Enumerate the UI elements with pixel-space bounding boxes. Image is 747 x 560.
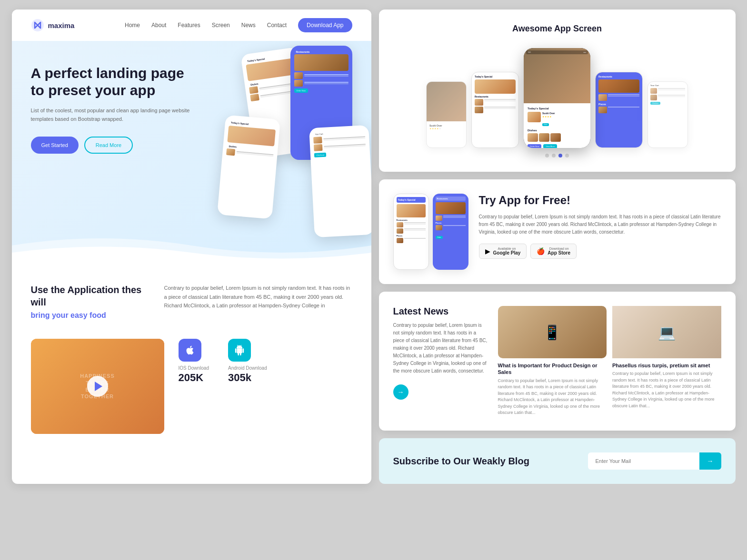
google-play-icon: ▶	[485, 247, 490, 255]
news-card-desc-1: Contrary to popular belief, Lorem Ipsum …	[498, 378, 607, 416]
news-cards: 📱 What is Important for Product Design o…	[498, 306, 721, 416]
try-phone-1: Today's Special Restaurants Places	[393, 194, 429, 270]
carousel-dots	[393, 154, 721, 157]
use-app-section: Use the Application thes will bring your…	[12, 260, 371, 458]
right-panel: Awesome App Screen Sushi Over ★★★★★	[379, 10, 736, 484]
subscribe-button[interactable]: →	[699, 452, 721, 470]
google-play-text: Available on Google Play	[493, 247, 521, 255]
awesome-app-section: Awesome App Screen Sushi Over ★★★★★	[379, 10, 736, 172]
app-store-icon: 🍎	[537, 247, 545, 255]
news-card-title-1: What is Important for Product Design or …	[498, 362, 607, 376]
use-app-top: Use the Application thes will bring your…	[31, 284, 352, 320]
download-stats: IOS Download 205K Android Download 305k	[179, 339, 267, 384]
nav-about[interactable]: About	[151, 22, 166, 29]
subscribe-title: Subscribe to Our Weakly Blog	[393, 455, 529, 467]
dot-4[interactable]	[565, 154, 569, 157]
logo: maxima	[31, 19, 75, 32]
email-input[interactable]	[588, 452, 699, 470]
try-app-description: Contrary to popular belief, Lorem Ipsum …	[479, 213, 721, 236]
app-screen-right: Restaurants Places	[595, 72, 643, 148]
left-panel: maxima Home About Features Screen News C…	[12, 10, 371, 484]
hero-description: List of the coolest, most popular and cl…	[31, 107, 193, 123]
subscribe-form: →	[588, 452, 721, 470]
store-buttons: ▶ Available on Google Play 🍎 Download on…	[479, 244, 721, 259]
hero-phone-4: Your Cart	[309, 125, 371, 237]
hero-title: A perfect landing page to preset your ap…	[31, 65, 193, 99]
get-started-button[interactable]: Get Started	[31, 137, 79, 154]
app-store-text: Download on App Store	[548, 247, 570, 255]
news-card-1: 📱 What is Important for Product Design o…	[498, 306, 607, 416]
nav-features[interactable]: Features	[178, 22, 200, 29]
hero-content: A perfect landing page to preset your ap…	[31, 65, 193, 154]
wave-decoration	[12, 231, 371, 260]
app-screen-main: 9:41 ●●● Today's Special Sushi Over ★★★★	[524, 48, 590, 148]
use-app-bottom: HAPPINESSTASTESBETTERTOGETHER	[31, 339, 352, 434]
news-title: Latest News	[393, 306, 488, 317]
hero-phones: Today's Special Dishes	[200, 41, 371, 260]
news-card-desc-2: Contrary to popular belief, Lorem Ipsum …	[612, 371, 721, 409]
android-icon	[228, 339, 251, 362]
android-download-stat: Android Download 305k	[228, 339, 267, 384]
dot-1[interactable]	[545, 154, 549, 157]
app-screen-far-right: Your Cart Checkout	[647, 81, 688, 148]
news-arrow-button[interactable]: →	[393, 384, 408, 400]
news-card-2: 💻 Phasellus risus turpis, pretium sit am…	[612, 306, 721, 416]
awesome-app-title: Awesome App Screen	[393, 24, 721, 34]
read-more-button[interactable]: Read More	[84, 137, 133, 154]
hero-phone-3: Today's Special Dishes	[217, 115, 280, 219]
app-store-button[interactable]: 🍎 Download on App Store	[530, 244, 577, 259]
try-app-phones: Today's Special Restaurants Places	[393, 194, 469, 270]
google-play-button[interactable]: ▶ Available on Google Play	[479, 244, 527, 259]
page-wrapper: maxima Home About Features Screen News C…	[12, 10, 736, 484]
try-phone-2: Restaurants Places Order	[433, 194, 468, 270]
nav-news[interactable]: News	[241, 22, 256, 29]
news-card-title-2: Phasellus risus turpis, pretium sit amet	[612, 362, 721, 369]
apple-icon	[179, 339, 201, 362]
news-image-2: 💻	[612, 306, 721, 358]
nav-links: Home About Features Screen News Contact …	[125, 18, 352, 32]
use-app-title: Use the Application thes will	[31, 284, 145, 308]
try-app-section: Today's Special Restaurants Places	[379, 179, 736, 284]
news-left: Latest News Contrary to popular belief, …	[393, 306, 488, 416]
try-app-content: Try App for Free! Contrary to popular be…	[479, 194, 721, 259]
subscribe-section: Subscribe to Our Weakly Blog →	[379, 438, 736, 484]
ios-download-stat: IOS Download 205K	[179, 339, 209, 384]
ios-count: 205K	[179, 372, 209, 384]
android-count: 305k	[228, 372, 267, 384]
app-screen-left: Today's Special Restaurants	[471, 72, 519, 148]
logo-icon	[31, 19, 44, 32]
nav-screen[interactable]: Screen	[212, 22, 230, 29]
nav-contact[interactable]: Contact	[267, 22, 287, 29]
dot-3[interactable]	[558, 154, 562, 157]
hero-buttons: Get Started Read More	[31, 137, 193, 154]
use-app-description: Contrary to popular belief, Lorem Ipsum …	[164, 284, 352, 310]
android-label: Android Download	[228, 365, 267, 371]
nav-home[interactable]: Home	[125, 22, 140, 29]
video-thumbnail[interactable]: HAPPINESSTASTESBETTERTOGETHER	[31, 339, 164, 434]
news-description: Contrary to popular belief, Lorem Ipsum …	[393, 322, 488, 375]
dot-2[interactable]	[552, 154, 556, 157]
video-overlay	[31, 339, 164, 434]
play-icon	[95, 382, 102, 391]
play-button[interactable]	[87, 376, 108, 397]
download-app-button[interactable]: Download App	[298, 18, 352, 32]
use-app-left: Use the Application thes will bring your…	[31, 284, 145, 320]
app-screens: Sushi Over ★★★★★ Today's Special Restaur…	[393, 43, 721, 148]
ios-label: IOS Download	[179, 365, 209, 371]
navbar: maxima Home About Features Screen News C…	[12, 10, 371, 41]
use-app-subtitle: bring your easy food	[31, 311, 145, 320]
latest-news-section: Latest News Contrary to popular belief, …	[379, 292, 736, 431]
hero-section: A perfect landing page to preset your ap…	[12, 41, 371, 260]
app-screen-far-left: Sushi Over ★★★★★	[426, 81, 467, 148]
news-image-1: 📱	[498, 306, 607, 358]
logo-text: maxima	[48, 21, 75, 29]
use-app-right: Contrary to popular belief, Lorem Ipsum …	[164, 284, 352, 320]
try-app-title: Try App for Free!	[479, 194, 721, 207]
